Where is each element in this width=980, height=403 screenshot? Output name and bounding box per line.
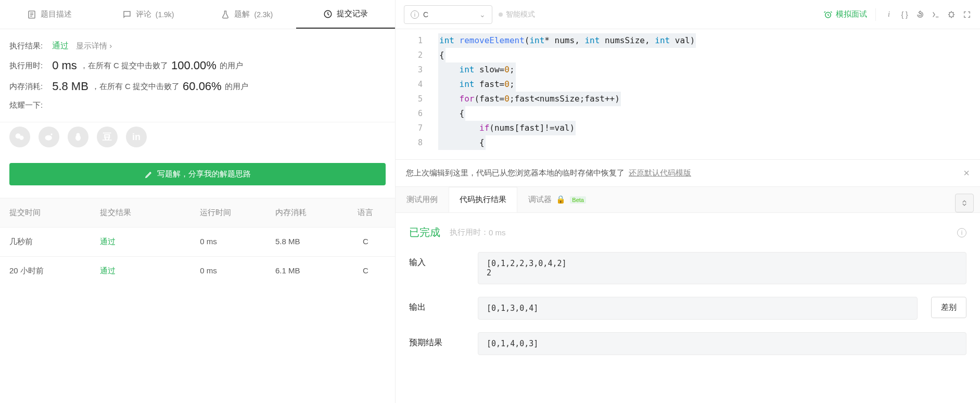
diff-button[interactable]: 差别	[931, 297, 966, 318]
document-icon	[27, 10, 36, 19]
result-summary: 执行结果: 通过 显示详情 › 执行用时: 0 ms ，在所有 C 提交中击败了…	[0, 29, 395, 122]
svg-point-7	[77, 133, 80, 137]
td-lang: C	[346, 266, 386, 276]
output-box: [0,1,3,0,4]	[478, 297, 918, 320]
tab-label: 题目描述	[41, 9, 72, 19]
run-time-value: 0 ms	[489, 228, 506, 237]
show-detail-link[interactable]: 显示详情 ›	[76, 41, 112, 51]
runtime-value: 0 ms	[52, 59, 77, 72]
runtime-pct: 100.00%	[171, 59, 217, 72]
flask-icon	[221, 10, 230, 19]
qq-icon[interactable]	[68, 127, 88, 147]
fullscreen-icon[interactable]	[962, 10, 972, 19]
settings-icon[interactable]	[947, 10, 956, 19]
input-box: [0,1,2,2,3,0,4,2] 2	[478, 252, 966, 284]
td-result: 通过	[100, 237, 200, 247]
run-time-label: 执行用时：	[450, 228, 489, 237]
mock-interview-button[interactable]: 模拟面试	[823, 9, 867, 19]
td-memory: 6.1 MB	[275, 266, 346, 276]
restore-template-link[interactable]: 还原默认代码模版	[629, 168, 691, 178]
tab-count: (2.3k)	[254, 10, 273, 19]
braces-icon[interactable]: { }	[900, 10, 909, 19]
wechat-icon[interactable]	[9, 127, 30, 147]
table-row[interactable]: 20 小时前 通过 0 ms 6.1 MB C	[0, 256, 395, 285]
brag-label: 炫耀一下:	[9, 100, 43, 110]
result-label: 执行结果:	[9, 41, 43, 51]
memory-desc2: 的用户	[225, 82, 248, 92]
expected-box: [0,1,4,0,3]	[478, 332, 966, 355]
terminal-icon[interactable]	[931, 10, 940, 19]
editor-toolbar: iC ⌄ 智能模式 模拟面试 i { }	[396, 0, 980, 29]
smart-mode[interactable]: 智能模式	[499, 10, 535, 19]
result-status: 通过	[52, 41, 69, 52]
info-icon: i	[411, 10, 419, 19]
table-header: 提交时间 提交结果 运行时间 内存消耗 语言	[0, 198, 395, 227]
td-result: 通过	[100, 266, 200, 276]
tab-testcase[interactable]: 测试用例	[396, 187, 449, 212]
result-tabs: 测试用例 代码执行结果 调试器 🔒 Beta	[396, 187, 980, 213]
run-result-panel: 已完成 执行用时： 0 ms i 输入 [0,1,2,2,3,0,4,2] 2 …	[396, 213, 980, 368]
expand-icon[interactable]	[955, 194, 974, 212]
linkedin-icon[interactable]: in	[126, 127, 147, 147]
code-editor[interactable]: 12345678 int removeElement(int* nums, in…	[396, 29, 980, 159]
restore-notice: 您上次编辑到这里，代码已从您浏览器本地的临时存储中恢复了 还原默认代码模版 ×	[396, 159, 980, 187]
dot-icon	[499, 12, 503, 17]
douban-icon[interactable]: 豆	[97, 127, 118, 147]
tab-label: 调试器	[528, 195, 552, 204]
share-icons: 豆 in	[0, 122, 395, 158]
beta-badge: Beta	[570, 196, 586, 204]
runtime-desc2: 的用户	[220, 61, 243, 71]
tab-count: (1.9k)	[156, 10, 174, 19]
tab-submissions[interactable]: 提交记录	[296, 0, 395, 29]
reset-icon[interactable]	[915, 10, 925, 19]
th-result: 提交结果	[100, 208, 200, 218]
close-icon[interactable]: ×	[963, 167, 970, 179]
th-time: 提交时间	[9, 208, 100, 218]
output-label: 输出	[409, 297, 472, 313]
tab-debugger[interactable]: 调试器 🔒 Beta	[517, 187, 597, 212]
left-panel: 题目描述 评论 (1.9k) 题解 (2.3k) 提交记录 执行结果: 通过 显…	[0, 0, 396, 403]
comment-icon	[122, 10, 132, 19]
memory-value: 5.8 MB	[52, 80, 88, 93]
svg-point-3	[19, 136, 23, 140]
memory-desc: ，在所有 C 提交中击败了	[92, 82, 180, 92]
th-runtime: 运行时间	[200, 208, 275, 218]
tab-solutions[interactable]: 题解 (2.3k)	[198, 0, 297, 29]
tab-description[interactable]: 题目描述	[0, 0, 99, 29]
tab-label: 提交记录	[337, 9, 368, 19]
chevron-down-icon: ⌄	[479, 10, 486, 19]
svg-point-5	[50, 133, 52, 135]
lang-label: C	[423, 10, 428, 19]
left-tabs: 题目描述 评论 (1.9k) 题解 (2.3k) 提交记录	[0, 0, 395, 29]
submission-history: 提交时间 提交结果 运行时间 内存消耗 语言 几秒前 通过 0 ms 5.8 M…	[0, 198, 395, 285]
mock-label: 模拟面试	[836, 9, 867, 19]
write-solution-button[interactable]: 写题解，分享我的解题思路	[9, 163, 386, 185]
table-row[interactable]: 几秒前 通过 0 ms 5.8 MB C	[0, 227, 395, 256]
language-selector[interactable]: iC ⌄	[404, 5, 492, 24]
tab-label: 题解	[234, 9, 250, 19]
clock-icon	[323, 9, 333, 19]
mode-label: 智能模式	[506, 10, 535, 19]
memory-pct: 60.06%	[183, 80, 222, 93]
weibo-icon[interactable]	[39, 127, 59, 147]
th-memory: 内存消耗	[275, 208, 346, 218]
td-memory: 5.8 MB	[275, 237, 346, 247]
input-label: 输入	[409, 252, 472, 268]
tab-label: 评论	[136, 9, 151, 19]
pencil-icon	[145, 170, 153, 179]
tab-run-result[interactable]: 代码执行结果	[449, 187, 517, 212]
td-lang: C	[346, 237, 386, 247]
info-icon[interactable]: i	[957, 228, 966, 237]
lock-icon: 🔒	[556, 195, 566, 204]
tab-comments[interactable]: 评论 (1.9k)	[99, 0, 198, 29]
info-icon[interactable]: i	[884, 10, 894, 19]
runtime-desc: ，在所有 C 提交中击败了	[80, 61, 168, 71]
write-solution-label: 写题解，分享我的解题思路	[157, 169, 251, 179]
td-time: 20 小时前	[9, 266, 100, 276]
line-gutter: 12345678	[396, 33, 432, 150]
run-status: 已完成	[409, 225, 440, 240]
td-time: 几秒前	[9, 237, 100, 247]
svg-point-4	[45, 135, 52, 141]
notice-text: 您上次编辑到这里，代码已从您浏览器本地的临时存储中恢复了	[406, 168, 625, 178]
memory-label: 内存消耗:	[9, 82, 43, 92]
